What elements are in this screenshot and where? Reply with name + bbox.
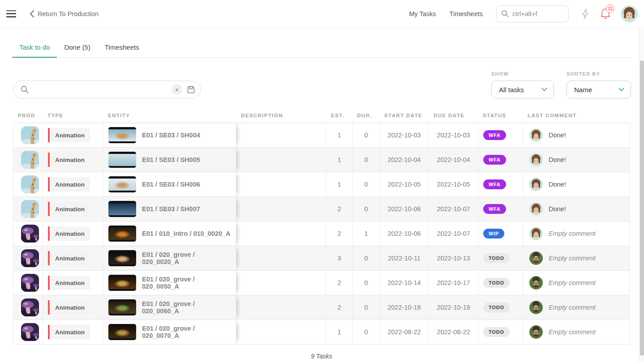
production-thumbnail[interactable] bbox=[21, 151, 39, 169]
entity-name: E01 / SE03 / SH004 bbox=[142, 132, 200, 139]
notifications-bell[interactable]: 11 bbox=[600, 8, 611, 20]
production-thumbnail[interactable] bbox=[21, 274, 39, 292]
status-cell: WIP bbox=[478, 221, 523, 246]
commenter-avatar bbox=[529, 153, 543, 166]
tab-task-to-do[interactable]: Task to do bbox=[12, 40, 57, 58]
production-thumbnail[interactable] bbox=[21, 323, 39, 341]
entity-name: E01 / SE03 / SH005 bbox=[142, 156, 200, 163]
entity-thumbnail[interactable] bbox=[108, 299, 136, 315]
table-row[interactable]: Animation E01 / 010_intro / 010_0020_A 2… bbox=[13, 221, 630, 246]
commenter-avatar-man bbox=[529, 325, 543, 339]
entity-thumbnail[interactable] bbox=[108, 201, 136, 217]
entity-thumbnail[interactable] bbox=[108, 127, 136, 143]
status-badge[interactable]: WFA bbox=[483, 204, 506, 214]
table-header-row: PROD TYPE ENTITY DESCRIPTION EST. DUR. S… bbox=[13, 110, 630, 123]
status-badge[interactable]: WFA bbox=[483, 179, 506, 189]
table-row[interactable]: Animation E01 / SE03 / SH004 1 0 2022-10… bbox=[13, 123, 630, 148]
quick-actions-button[interactable] bbox=[580, 8, 590, 20]
status-cell: TODO bbox=[478, 320, 523, 344]
global-search-input[interactable] bbox=[512, 10, 557, 17]
prod-cell bbox=[13, 123, 43, 147]
table-row[interactable]: Animation E01 / SE03 / SH005 1 0 2022-10… bbox=[13, 148, 630, 172]
status-badge[interactable]: TODO bbox=[483, 302, 510, 312]
production-thumbnail[interactable] bbox=[21, 225, 39, 243]
last-comment-text: Done! bbox=[549, 205, 566, 213]
due-date-cell: 2022-08-22 bbox=[429, 320, 478, 344]
nav-my-tasks[interactable]: My Tasks bbox=[409, 10, 436, 17]
status-badge[interactable]: TODO bbox=[483, 253, 510, 263]
task-type-label: Animation bbox=[50, 177, 90, 192]
description-cell bbox=[236, 221, 326, 246]
sorted-by-select[interactable]: Name bbox=[567, 81, 631, 98]
prod-cell bbox=[13, 197, 43, 221]
status-badge[interactable]: TODO bbox=[483, 278, 510, 288]
due-date-cell: 2022-10-19 bbox=[429, 295, 478, 319]
last-comment-text: Done! bbox=[549, 156, 566, 163]
last-comment-cell: Empty comment bbox=[523, 221, 631, 246]
save-search-button[interactable] bbox=[187, 85, 195, 94]
duration-cell: 0 bbox=[353, 172, 380, 196]
prod-cell bbox=[13, 172, 43, 196]
production-thumbnail-ice bbox=[21, 151, 39, 169]
show-select[interactable]: All tasks bbox=[491, 81, 554, 98]
start-date-cell: 2022-10-18 bbox=[380, 295, 429, 319]
production-thumbnail[interactable] bbox=[21, 175, 39, 193]
task-table: PROD TYPE ENTITY DESCRIPTION EST. DUR. S… bbox=[13, 110, 630, 360]
table-row[interactable]: Animation E01 / 020_grove / 020_0020_A 3… bbox=[13, 246, 630, 271]
task-type-label: Animation bbox=[50, 251, 90, 265]
due-date-cell: 2022-10-03 bbox=[429, 123, 478, 147]
nav-timesheets[interactable]: Timesheets bbox=[450, 10, 483, 17]
menu-icon[interactable] bbox=[6, 10, 16, 17]
production-thumbnail[interactable] bbox=[21, 126, 39, 144]
entity-thumbnail[interactable] bbox=[108, 152, 136, 168]
tab-done[interactable]: Done (5) bbox=[57, 40, 97, 58]
prod-cell bbox=[13, 246, 43, 270]
entity-thumbnail[interactable] bbox=[108, 226, 136, 242]
status-badge[interactable]: TODO bbox=[483, 327, 510, 337]
last-comment-cell: Empty comment bbox=[523, 320, 631, 344]
chevron-down-icon bbox=[618, 88, 624, 91]
entity-thumbnail[interactable] bbox=[108, 250, 136, 266]
global-search[interactable] bbox=[496, 5, 569, 22]
table-row[interactable]: Animation E01 / 020_grove / 020_0060_A 2… bbox=[13, 295, 630, 320]
table-row[interactable]: Animation E01 / 020_grove / 020_0050_A 2… bbox=[13, 271, 630, 295]
tab-timesheets[interactable]: Timesheets bbox=[98, 40, 146, 58]
description-cell bbox=[236, 320, 326, 344]
table-row[interactable]: Animation E01 / SE03 / SH007 2 0 2022-10… bbox=[13, 197, 630, 221]
search-icon bbox=[501, 10, 509, 17]
status-badge[interactable]: WIP bbox=[483, 229, 504, 238]
back-to-production-link[interactable]: Return To Production bbox=[30, 10, 99, 17]
duration-cell: 0 bbox=[353, 320, 380, 344]
commenter-avatar-woman bbox=[529, 153, 543, 166]
duration-cell: 0 bbox=[353, 246, 380, 270]
clear-search-button[interactable]: x bbox=[172, 84, 182, 95]
column-header-start-date: START DATE bbox=[379, 110, 429, 123]
commenter-avatar-woman bbox=[529, 202, 543, 216]
entity-thumbnail[interactable] bbox=[108, 275, 136, 291]
commenter-avatar-woman bbox=[529, 178, 543, 191]
status-badge[interactable]: WFA bbox=[483, 130, 506, 140]
entity-thumbnail[interactable] bbox=[108, 324, 136, 340]
entity-name: E01 / SE03 / SH006 bbox=[142, 181, 200, 188]
user-avatar[interactable] bbox=[621, 5, 638, 22]
commenter-avatar bbox=[529, 227, 543, 240]
last-comment-text: Empty comment bbox=[549, 255, 596, 262]
task-search[interactable]: x bbox=[13, 81, 201, 98]
vertical-scrollbar[interactable] bbox=[639, 28, 644, 362]
last-comment-cell: Done! bbox=[523, 197, 631, 221]
production-thumbnail[interactable] bbox=[21, 249, 39, 267]
production-thumbnail[interactable] bbox=[21, 298, 39, 316]
scrollbar-thumb[interactable] bbox=[640, 60, 644, 356]
entity-thumbnail[interactable] bbox=[108, 176, 136, 192]
production-thumbnail[interactable] bbox=[21, 200, 39, 218]
commenter-avatar-woman bbox=[529, 227, 543, 240]
table-row[interactable]: Animation E01 / 020_grove / 020_0070_A 1… bbox=[13, 320, 630, 345]
task-search-input[interactable] bbox=[33, 86, 167, 94]
description-cell bbox=[236, 295, 326, 319]
task-type-label: Animation bbox=[50, 128, 90, 142]
status-badge[interactable]: WFA bbox=[483, 155, 506, 165]
description-cell bbox=[236, 197, 326, 221]
filter-row: x SHOW All tasks SORTED BY Name bbox=[13, 71, 631, 98]
entity-name: E01 / 020_grove / 020_0020_A bbox=[142, 251, 232, 265]
table-row[interactable]: Animation E01 / SE03 / SH006 1 0 2022-10… bbox=[13, 172, 630, 197]
